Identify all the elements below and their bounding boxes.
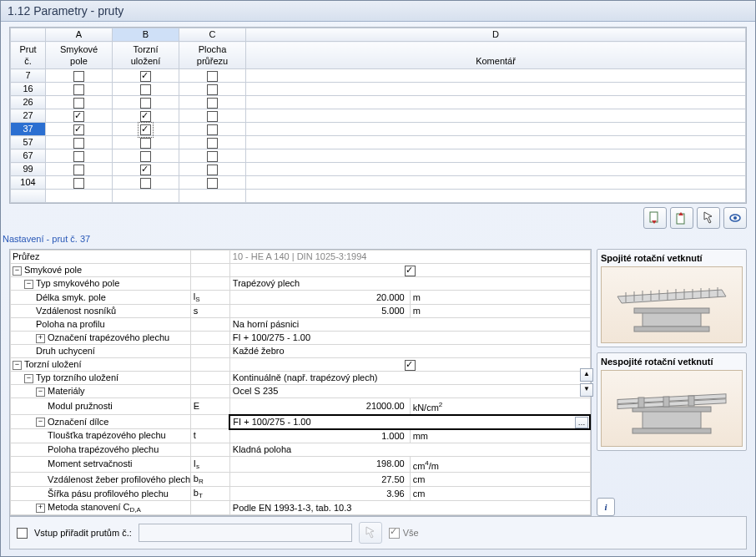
col-head-corner[interactable] xyxy=(11,28,46,42)
row-head[interactable]: 104 xyxy=(11,176,46,190)
pick-button[interactable] xyxy=(697,207,720,229)
row-head[interactable]: 37 xyxy=(11,123,46,136)
prop-value[interactable]: Na horní pásnici xyxy=(229,318,590,332)
view-button[interactable] xyxy=(723,207,747,229)
col-head-A[interactable]: A xyxy=(46,28,113,42)
assign-input[interactable] xyxy=(139,524,352,542)
cell-comment[interactable] xyxy=(246,83,746,96)
col-head-B[interactable]: B xyxy=(113,28,179,42)
cell-cb[interactable] xyxy=(46,83,113,96)
row-head[interactable]: 99 xyxy=(11,163,46,176)
cell-cb[interactable] xyxy=(179,96,246,109)
cell-comment[interactable] xyxy=(246,109,746,123)
prop-label[interactable]: Průřez xyxy=(11,251,191,264)
prop-label[interactable]: −Materiály xyxy=(11,385,191,398)
cell-cb[interactable] xyxy=(179,149,246,163)
cell-cb[interactable] xyxy=(46,109,113,123)
cell-comment[interactable] xyxy=(246,149,746,163)
cell-cb[interactable] xyxy=(179,123,246,136)
col-sub-C[interactable]: Plochaprůřezu xyxy=(179,42,246,69)
col-sub-A[interactable]: Smykovépole xyxy=(46,42,113,69)
prop-value[interactable]: Kontinuálně (např. trapézový plech) xyxy=(229,372,590,385)
prop-value[interactable]: 21000.00 xyxy=(229,398,410,415)
cell-cb[interactable] xyxy=(113,109,179,123)
export-button[interactable] xyxy=(670,207,693,229)
prop-label[interactable]: Moment setrvačnosti xyxy=(11,456,191,473)
col-sub-prut[interactable]: Prutč. xyxy=(11,42,46,69)
cell-cb[interactable] xyxy=(46,136,113,149)
row-head[interactable]: 26 xyxy=(11,96,46,109)
cell-comment[interactable] xyxy=(246,136,746,149)
cell-comment[interactable] xyxy=(246,69,746,83)
prop-value[interactable]: Trapézový plech xyxy=(229,277,590,291)
row-head[interactable]: 16 xyxy=(11,83,46,96)
cell-cb[interactable] xyxy=(113,83,179,96)
cell-comment[interactable] xyxy=(246,123,746,136)
prop-value[interactable]: FI + 100/275 - 1.00 xyxy=(229,332,590,345)
cell-cb[interactable] xyxy=(179,176,246,190)
cell-comment[interactable] xyxy=(246,163,746,176)
assign-checkbox[interactable] xyxy=(17,528,28,539)
scroll-down-button[interactable]: ▼ xyxy=(580,383,593,397)
prop-value[interactable]: 20.000 xyxy=(229,291,410,305)
prop-value[interactable]: 198.00 xyxy=(229,456,410,473)
cell-cb[interactable] xyxy=(46,176,113,190)
cell-cb[interactable] xyxy=(113,123,179,136)
cell-cb[interactable] xyxy=(179,69,246,83)
cell-cb[interactable] xyxy=(113,136,179,149)
prop-label[interactable]: −Typ smykového pole xyxy=(11,277,191,291)
cell-cb[interactable] xyxy=(113,163,179,176)
prop-label[interactable]: Šířka pásu profilového plechu xyxy=(11,487,191,501)
prop-label[interactable]: −Označení dílce xyxy=(11,415,191,429)
member-grid[interactable]: A B C D Prutč. Smykovépole Torzníuložení… xyxy=(9,27,747,204)
cell-cb[interactable] xyxy=(113,176,179,190)
prop-label[interactable]: −Typ torzního uložení xyxy=(11,372,191,385)
prop-value[interactable]: 10 - HE A 140 | DIN 1025-3:1994 xyxy=(229,251,590,264)
row-head[interactable]: 7 xyxy=(11,69,46,83)
all-checkbox[interactable] xyxy=(389,528,400,539)
prop-label[interactable]: +Označení trapézového plechu xyxy=(11,332,191,345)
cell-cb[interactable] xyxy=(46,96,113,109)
prop-value[interactable]: Kladná poloha xyxy=(229,443,590,456)
scroll-up-button[interactable]: ▲ xyxy=(580,368,593,382)
prop-label[interactable]: Tloušťka trapézového plechu xyxy=(11,429,191,443)
prop-label[interactable]: Modul pružnosti xyxy=(11,398,191,415)
property-panel[interactable]: Průřez10 - HE A 140 | DIN 1025-3:1994−Sm… xyxy=(9,249,592,516)
col-sub-B[interactable]: Torzníuložení xyxy=(113,42,179,69)
prop-label[interactable]: Druh uchycení xyxy=(11,345,191,358)
prop-value[interactable]: Podle EN 1993-1-3, tab. 10.3 xyxy=(229,501,590,515)
cell-cb[interactable] xyxy=(46,163,113,176)
import-button[interactable] xyxy=(643,207,667,229)
prop-label[interactable]: −Torzní uložení xyxy=(11,358,191,372)
col-head-D[interactable]: D xyxy=(246,28,746,42)
cell-cb[interactable] xyxy=(179,83,246,96)
prop-label[interactable]: Poloha na profilu xyxy=(11,318,191,332)
dropdown-button[interactable]: … xyxy=(575,417,588,428)
cell-cb[interactable] xyxy=(46,123,113,136)
cell-comment[interactable] xyxy=(246,96,746,109)
prop-label[interactable]: +Metoda stanovení CD,A xyxy=(11,501,191,515)
prop-label[interactable]: −Smykové pole xyxy=(11,264,191,277)
cell-cb[interactable] xyxy=(179,136,246,149)
prop-value[interactable]: 1.000 xyxy=(229,429,410,443)
row-head[interactable]: 27 xyxy=(11,109,46,123)
col-head-C[interactable]: C xyxy=(179,28,246,42)
info-button[interactable]: i xyxy=(597,498,615,516)
row-head[interactable]: 67 xyxy=(11,149,46,163)
cell-cb[interactable] xyxy=(113,96,179,109)
prop-value[interactable]: FI + 100/275 - 1.00… xyxy=(229,415,590,429)
row-head[interactable]: 57 xyxy=(11,136,46,149)
cell-cb[interactable] xyxy=(46,69,113,83)
cell-cb[interactable] xyxy=(113,149,179,163)
prop-value[interactable] xyxy=(229,264,590,277)
pick-members-button[interactable] xyxy=(359,522,382,544)
prop-value[interactable] xyxy=(229,358,590,372)
cell-comment[interactable] xyxy=(246,176,746,190)
cell-cb[interactable] xyxy=(113,69,179,83)
prop-value[interactable]: 5.000 xyxy=(229,305,410,318)
cell-cb[interactable] xyxy=(179,163,246,176)
prop-value[interactable]: 3.96 xyxy=(229,487,410,501)
prop-label[interactable]: Délka smyk. pole xyxy=(11,291,191,305)
prop-label[interactable]: Vzdálenost žeber profilového plechu xyxy=(11,473,191,487)
prop-label[interactable]: Vzdálenost nosníků xyxy=(11,305,191,318)
